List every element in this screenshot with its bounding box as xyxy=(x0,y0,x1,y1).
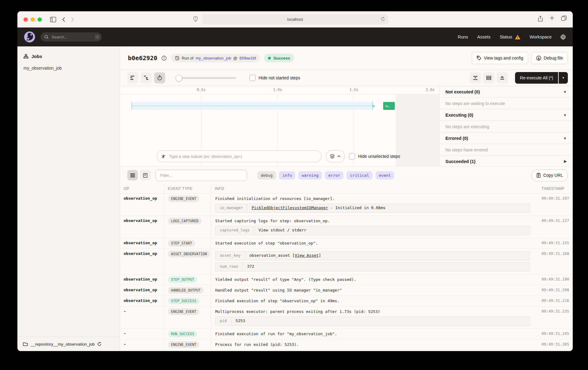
nav-item-assets[interactable]: Assets xyxy=(477,34,491,39)
nav-item-status[interactable]: Status xyxy=(500,34,521,40)
log-table-header: OP EVENT TYPE INFO TIMESTAMP xyxy=(120,184,573,194)
log-row[interactable]: -ENGINE_EVENTProcess for run exited (pid… xyxy=(120,339,573,350)
status-label: Success xyxy=(273,56,290,60)
nav-item-workspace[interactable]: Workspace xyxy=(530,34,552,39)
timed-view-icon[interactable] xyxy=(154,72,165,83)
search-input[interactable] xyxy=(51,34,83,40)
privacy-shield-icon xyxy=(193,16,198,22)
log-timestamp-cell: 09:49:31.208 xyxy=(538,285,573,296)
caret-right-icon[interactable]: ▶ xyxy=(564,159,567,163)
reexecute-all-button[interactable]: Re-execute All (*) xyxy=(515,72,558,84)
collapse-all-icon[interactable] xyxy=(470,72,481,83)
waterfall-view-icon[interactable] xyxy=(141,72,152,83)
metadata-link[interactable]: PickledObjectFilesystemIOManager xyxy=(252,205,328,210)
log-info-cell: Started execution of step "observation_o… xyxy=(211,238,538,248)
expand-up-icon[interactable] xyxy=(497,72,508,83)
metadata-link[interactable]: View Asset xyxy=(295,253,318,258)
global-search[interactable]: / xyxy=(41,32,102,42)
hide-not-started-row: Hide not started steps xyxy=(249,75,300,81)
log-row[interactable]: observation_opENGINE_EVENTFinished initi… xyxy=(120,194,573,216)
job-link[interactable]: my_observation_job xyxy=(196,56,231,60)
log-filter-input[interactable] xyxy=(160,173,243,178)
log-info-cell: Multiprocess executor: parent process ex… xyxy=(211,307,538,328)
rows-view-icon[interactable] xyxy=(483,72,494,83)
apply-step-filter-button[interactable] xyxy=(326,150,345,162)
status-section-header[interactable]: Executing (0)▼ xyxy=(439,109,573,121)
log-op-cell: observation_op xyxy=(120,249,164,274)
view-tags-config-button[interactable]: View tags and config xyxy=(472,52,528,64)
caret-down-icon[interactable]: ▼ xyxy=(563,113,567,117)
close-window-button[interactable] xyxy=(24,17,28,22)
log-row[interactable]: observation_opLOGS_CAPTUREDStarted captu… xyxy=(120,216,573,238)
metadata-entry: pid5253 xyxy=(215,317,530,326)
caret-down-icon[interactable]: ▼ xyxy=(563,90,567,94)
flat-view-icon[interactable] xyxy=(127,72,138,83)
log-level-chip-error[interactable]: error xyxy=(325,171,343,180)
log-level-chip-warning[interactable]: warning xyxy=(298,171,322,180)
address-bar[interactable]: localhost xyxy=(202,14,388,24)
status-section-header[interactable]: Succeeded (1)▶ xyxy=(439,156,573,167)
axis-tick-label: 2.0s xyxy=(426,88,435,92)
log-row[interactable]: -ENGINE_EVENTMultiprocess executor: pare… xyxy=(120,307,573,329)
log-row[interactable]: observation_opASSET_OBSERVATIONasset_key… xyxy=(120,249,573,274)
share-icon[interactable] xyxy=(538,16,543,22)
op-selector-icon xyxy=(161,154,166,159)
reload-repository-icon[interactable] xyxy=(97,342,101,346)
minimize-window-button[interactable] xyxy=(31,17,35,22)
list-view-toggle[interactable] xyxy=(127,170,138,180)
event-type-badge: ENGINE_EVENT xyxy=(168,195,199,202)
back-button[interactable] xyxy=(62,17,65,22)
hide-not-started-checkbox[interactable] xyxy=(249,75,256,81)
reexecute-split-button: Re-execute All (*) ▼ xyxy=(515,72,568,84)
log-level-chip-info[interactable]: info xyxy=(279,171,295,180)
log-row[interactable]: observation_opHANDLED_OUTPUTHandled outp… xyxy=(120,285,573,296)
status-section-header[interactable]: Errored (0)▼ xyxy=(439,132,573,144)
copy-url-button[interactable]: Copy URL xyxy=(532,169,568,181)
log-event-type-cell: STEP_START xyxy=(164,238,211,248)
event-type-badge: STEP_START xyxy=(168,240,195,247)
log-op-cell: observation_op xyxy=(120,296,164,306)
log-row[interactable]: -RUN_SUCCESSFinished execution of run fo… xyxy=(120,329,573,339)
log-level-chip-debug[interactable]: debug xyxy=(257,171,276,180)
reload-icon[interactable] xyxy=(381,17,385,21)
run-header: b0e62920 Run of my_observation_job @ 659… xyxy=(120,46,573,70)
info-icon[interactable] xyxy=(162,56,167,61)
slider-knob[interactable] xyxy=(176,75,182,82)
code-version-link[interactable]: 659ee1bf xyxy=(239,56,256,60)
step-status-panel: Not executed (0)▼No steps are waiting to… xyxy=(439,86,573,166)
log-row[interactable]: observation_opSTEP_OUTPUTYielded output … xyxy=(120,274,573,285)
zoom-slider[interactable] xyxy=(176,72,236,83)
log-level-chip-critical[interactable]: critical xyxy=(347,171,372,180)
axis-tick-label: 1.5s xyxy=(350,88,358,92)
tab-overview-icon[interactable] xyxy=(561,16,567,22)
log-info-text: Yielded output "result" of type "Any". (… xyxy=(215,277,534,283)
debug-file-button[interactable]: Debug file xyxy=(531,52,568,64)
download-debug-icon xyxy=(536,56,541,61)
new-tab-icon[interactable] xyxy=(550,16,554,22)
status-section-header[interactable]: Not executed (0)▼ xyxy=(439,86,573,98)
settings-gear-icon[interactable] xyxy=(560,34,566,40)
zoom-window-button[interactable] xyxy=(38,17,42,22)
metadata-value: View stdout / stderr xyxy=(254,226,311,235)
log-level-chip-event[interactable]: event xyxy=(376,171,394,180)
forward-button[interactable] xyxy=(71,17,74,22)
step-subset-input[interactable] xyxy=(169,154,317,159)
structured-view-toggle[interactable] xyxy=(140,170,151,180)
jobs-icon xyxy=(24,54,28,59)
caret-down-icon[interactable]: ▼ xyxy=(563,136,567,140)
sidebar-item-job[interactable]: my_observation_job xyxy=(17,63,120,73)
log-row[interactable]: observation_opSTEP_STARTStarted executio… xyxy=(120,238,573,249)
repository-name: __repository__my_observation_job xyxy=(31,342,95,346)
nav-item-label: Status xyxy=(500,34,512,39)
gantt-chart: 0.5s1.0s1.5s2.0s o o… xyxy=(120,86,439,166)
metadata-text: View stdout / stderr xyxy=(259,228,307,232)
log-row[interactable]: observation_opSTEP_SUCCESSFinished execu… xyxy=(120,296,573,307)
layers-icon xyxy=(330,154,335,159)
gantt-marker: o xyxy=(372,102,375,110)
nav-item-runs[interactable]: Runs xyxy=(458,34,468,39)
reexecute-dropdown-caret[interactable]: ▼ xyxy=(559,72,568,84)
gantt-step-bar[interactable]: o… xyxy=(383,102,395,110)
hide-unselected-checkbox[interactable] xyxy=(349,153,355,159)
sidebar-toggle-icon[interactable] xyxy=(50,17,56,22)
dagster-logo[interactable] xyxy=(24,31,35,42)
